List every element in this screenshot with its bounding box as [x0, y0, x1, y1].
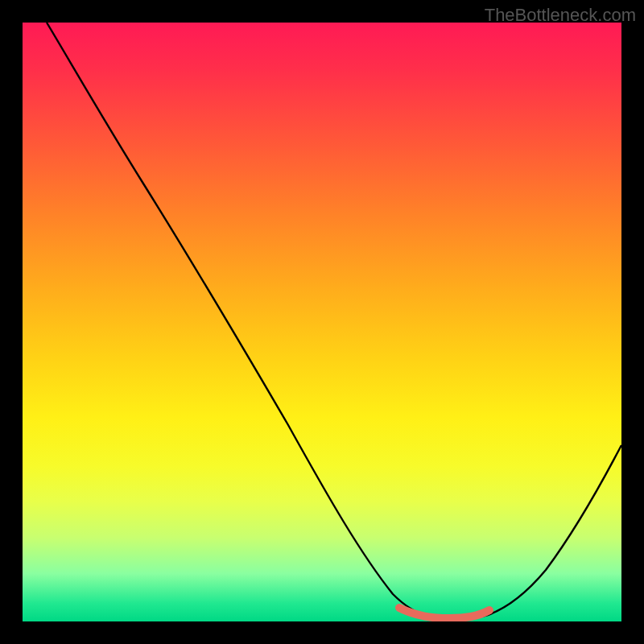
optimal-range-highlight: [399, 608, 489, 618]
chart-plot-area: [23, 23, 621, 621]
bottleneck-curve-line: [47, 23, 621, 619]
watermark-text: TheBottleneck.com: [485, 5, 636, 26]
chart-svg: [23, 23, 621, 621]
